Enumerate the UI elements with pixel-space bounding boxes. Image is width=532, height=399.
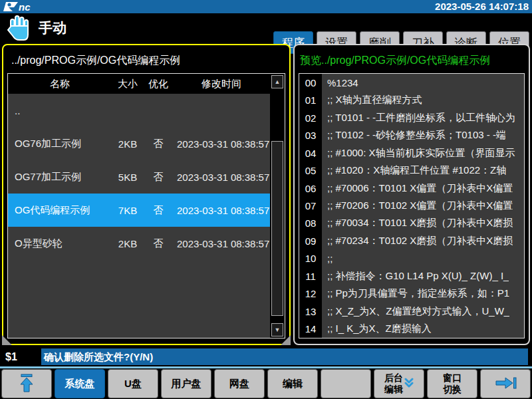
- next-page-button[interactable]: [480, 369, 531, 398]
- code-line: 12;; Pp为刀具偏置号，指定坐标系，如：P1: [299, 285, 524, 303]
- right-arrow-icon: [494, 375, 517, 393]
- file-row[interactable]: OG76加工示例 2KB 否 2023-03-31 08:38:57: [8, 127, 270, 160]
- column-size: 大小: [112, 78, 144, 90]
- file-list-box: 名称 大小 优化 修改时间 .. OG76加工示例 2KB 否 2023-03-…: [7, 73, 285, 338]
- chevron-down-double-icon: [404, 377, 414, 391]
- preview-panel: 预览../prog/PROG示例/OG代码编程示例 00%1234 01;; X…: [293, 44, 530, 345]
- code-line: 11;; 补偿指令：G10 L14 Pp X(U)_ Z(W)_ I_: [299, 267, 524, 285]
- code-line: 06;; #70006：T0101 X偏置（刀补表中X偏置: [299, 180, 524, 197]
- file-row-parent-dir[interactable]: ..: [8, 94, 270, 127]
- scroll-down-icon[interactable]: ▼: [271, 323, 283, 336]
- confirm-message: 确认删除所选文件?(Y/N): [41, 348, 528, 365]
- code-line: 13;; X_Z_为X、Z偏置绝对方式输入，U_W_: [299, 303, 524, 320]
- code-line: 07;; #70206：T0102 X偏置（刀补表中X偏置: [299, 197, 524, 214]
- manual-mode-hand-icon: [7, 15, 32, 44]
- user-disk-button[interactable]: 用户盘: [161, 369, 211, 398]
- clock: 2023-05-26 14:07:18: [435, 0, 529, 13]
- softkey-toolbar: 系统盘 U盘 用户盘 网盘 编辑 后台 编辑 窗口 切换: [1, 369, 531, 398]
- code-preview: 00%1234 01;; X轴为直径编程方式 02;; T0101 - -工件磨…: [299, 73, 525, 338]
- system-disk-button[interactable]: 系统盘: [55, 369, 105, 398]
- window-switch-button[interactable]: 窗口 切换: [427, 369, 477, 398]
- edit-button[interactable]: 编辑: [267, 369, 318, 398]
- code-line: 05;; #1020：X轴编程工件位置 #1022：Z轴: [299, 162, 524, 179]
- column-mtime: 修改时间: [173, 78, 270, 90]
- code-line: 02;; T0101 - -工件磨削坐标系，以工件轴心为: [299, 109, 524, 126]
- code-line: 04;; #1000: X轴当前机床实际位置（界面显示: [299, 144, 524, 162]
- mode-label: 手动: [39, 13, 66, 43]
- file-row[interactable]: O异型砂轮 2KB 否 2023-03-31 08:38:57: [8, 227, 270, 260]
- file-row[interactable]: OG77加工示例 5KB 否 2023-03-31 08:38:57: [8, 160, 270, 194]
- header-bar: 手动 程序 设置 磨削 刀补 诊断 位置: [0, 13, 532, 43]
- channel-label: $1: [5, 348, 17, 365]
- file-list: .. OG76加工示例 2KB 否 2023-03-31 08:38:57 OG…: [8, 94, 270, 338]
- column-name: 名称: [8, 78, 112, 90]
- code-line: 14;; I_ K_为X、Z磨损输入: [299, 321, 524, 338]
- toolbar-separator: [0, 366, 532, 368]
- empty-softkey-button[interactable]: [321, 369, 371, 398]
- corner-fold-left-icon: [2, 335, 12, 345]
- usb-disk-button[interactable]: U盘: [108, 369, 158, 398]
- current-path: ../prog/PROG示例/OG代码编程示例: [11, 54, 180, 68]
- brand-logo-icon: nc: [3, 1, 41, 15]
- code-line: 09;; #70234：T0102 X磨损（刀补表中X磨损: [299, 232, 524, 249]
- up-level-button[interactable]: [1, 369, 52, 398]
- code-line: 03;; T0102 - -砂轮修整坐标系；T0103 - -端: [299, 126, 524, 144]
- preview-title: 预览../prog/PROG示例/OG代码编程示例: [300, 54, 490, 68]
- file-list-scrollbar[interactable]: ▲ ▼: [270, 74, 285, 338]
- corner-fold-right-icon: [281, 335, 291, 345]
- file-row-selected[interactable]: OG代码编程示例 7KB 否 2023-03-31 08:38:57: [8, 194, 270, 227]
- scroll-thumb[interactable]: [271, 141, 283, 316]
- code-line: 10;;: [299, 250, 524, 267]
- logo-text: nc: [19, 1, 31, 12]
- background-edit-button[interactable]: 后台 编辑: [374, 369, 424, 398]
- title-bar: nc 2023-05-26 14:07:18: [0, 0, 532, 13]
- code-line: 08;; #70034：T0101 X磨损（刀补表中X磨损: [299, 215, 524, 232]
- file-browser-panel: ../prog/PROG示例/OG代码编程示例 名称 大小 优化 修改时间 ..…: [2, 44, 291, 345]
- code-line: 01;; X轴为直径编程方式: [299, 91, 524, 108]
- scroll-up-icon[interactable]: ▲: [271, 75, 283, 88]
- file-list-header: 名称 大小 优化 修改时间: [8, 74, 270, 94]
- status-bar: $1 确认删除所选文件?(Y/N): [0, 348, 532, 365]
- code-line: 00%1234: [299, 74, 524, 91]
- column-optimize: 优化: [144, 78, 173, 90]
- up-arrow-icon: [17, 373, 36, 395]
- net-disk-button[interactable]: 网盘: [214, 369, 265, 398]
